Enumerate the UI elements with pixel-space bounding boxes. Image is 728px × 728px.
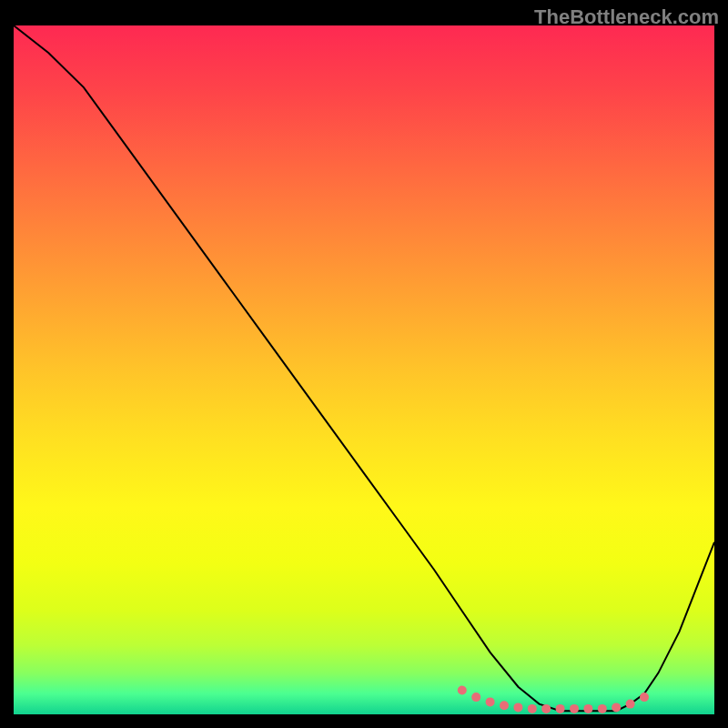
dot — [513, 703, 522, 712]
dot — [626, 700, 635, 709]
watermark-text: TheBottleneck.com — [534, 5, 719, 29]
dot — [458, 686, 467, 695]
chart-overlay — [14, 25, 714, 714]
plot-area — [14, 25, 714, 714]
dot — [583, 704, 592, 713]
dot — [471, 693, 480, 702]
dot — [528, 704, 537, 713]
dot — [598, 704, 607, 713]
chart-container: TheBottleneck.com — [0, 0, 728, 728]
dot — [486, 697, 495, 706]
dot — [500, 701, 509, 710]
dot — [612, 703, 621, 712]
dot — [570, 704, 579, 713]
dot — [541, 704, 551, 713]
bottleneck-curve — [14, 25, 714, 711]
dot — [640, 693, 649, 702]
dot — [556, 704, 565, 713]
